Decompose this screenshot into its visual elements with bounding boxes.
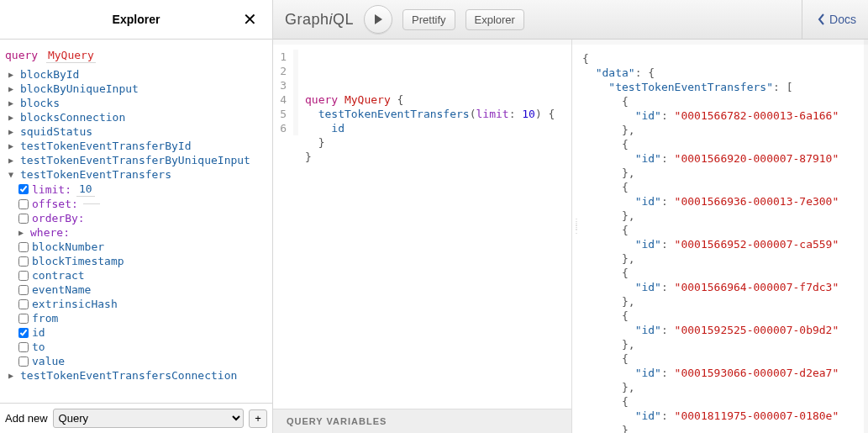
field-label: testTokenEventTransfersConnection — [20, 368, 237, 383]
field-checkbox[interactable] — [18, 271, 29, 281]
explorer-toggle-button[interactable]: Explorer — [466, 9, 524, 30]
field-label: blockNumber — [32, 240, 104, 254]
caret-right-icon: ▶ — [18, 225, 27, 240]
arg-checkbox[interactable] — [18, 199, 29, 209]
field-label: squidStatus — [20, 124, 92, 139]
explorer-title: Explorer — [113, 13, 160, 26]
tree-item-testTokenEventTransferById[interactable]: ▶testTokenEventTransferById — [3, 139, 267, 153]
graphiql-logo: GraphiQL — [285, 11, 354, 29]
main-area: GraphiQL Prettify Explorer Docs 123456 q… — [273, 0, 868, 433]
arg-key: where: — [30, 225, 70, 240]
arg-key: offset: — [32, 197, 78, 211]
caret-right-icon: ▶ — [8, 110, 17, 124]
add-operation-button[interactable]: + — [249, 409, 267, 428]
field-checkbox[interactable] — [18, 285, 29, 295]
query-editor[interactable]: 123456 query MyQuery { testTokenEventTra… — [273, 40, 571, 409]
tree-item-blockById[interactable]: ▶blockById — [3, 67, 267, 82]
field-label: blockById — [20, 67, 79, 82]
arg-orderBy[interactable]: orderBy: — [3, 211, 267, 225]
operation-keyword: query — [5, 49, 38, 61]
tree-item-blockByUniqueInput[interactable]: ▶blockByUniqueInput — [3, 82, 267, 96]
explorer-footer: Add new Query + — [0, 403, 272, 433]
arg-key: limit: — [32, 182, 71, 197]
add-new-label: Add new — [5, 412, 48, 425]
pane-resize-handle[interactable]: ⋮⋮⋮ — [572, 219, 577, 253]
field-blockTimestamp[interactable]: blockTimestamp — [3, 254, 267, 268]
add-new-select[interactable]: Query — [53, 409, 244, 428]
explorer-body: query MyQuery ▶blockById▶blockByUniqueIn… — [0, 40, 272, 403]
docs-button[interactable]: Docs — [802, 0, 856, 39]
arg-checkbox[interactable] — [18, 184, 29, 194]
field-label: testTokenEventTransfers — [20, 167, 171, 182]
field-label: blocks — [20, 96, 60, 110]
field-id[interactable]: id — [3, 325, 267, 340]
arg-value-input[interactable]: 10 — [76, 182, 95, 197]
docs-label: Docs — [829, 13, 856, 26]
field-label: extrinsicHash — [32, 297, 118, 311]
query-editor-pane: 123456 query MyQuery { testTokenEventTra… — [273, 40, 572, 433]
caret-right-icon: ▶ — [8, 67, 17, 82]
caret-right-icon: ▶ — [8, 96, 17, 110]
field-label: eventName — [32, 283, 91, 297]
close-icon[interactable]: ✕ — [243, 11, 257, 28]
field-label: contract — [32, 268, 85, 283]
arg-key: orderBy: — [32, 211, 85, 225]
operation-line[interactable]: query MyQuery — [5, 48, 267, 62]
play-icon — [372, 13, 384, 25]
field-label: blockTimestamp — [32, 254, 124, 268]
topbar: GraphiQL Prettify Explorer Docs — [273, 0, 868, 40]
field-label: blockByUniqueInput — [20, 82, 139, 96]
field-value[interactable]: value — [3, 354, 267, 368]
result-viewer[interactable]: { "data": { "testTokenEventTransfers": [… — [572, 40, 868, 433]
prettify-button[interactable]: Prettify — [402, 9, 455, 30]
field-checkbox[interactable] — [18, 342, 29, 352]
field-checkbox[interactable] — [18, 242, 29, 252]
tree-item-testTokenEventTransferByUniqueInput[interactable]: ▶testTokenEventTransferByUniqueInput — [3, 153, 267, 167]
caret-right-icon: ▶ — [8, 124, 17, 139]
explorer-panel: Explorer ✕ query MyQuery ▶blockById▶bloc… — [0, 0, 273, 433]
arg-checkbox[interactable] — [18, 214, 29, 224]
chevron-left-icon — [818, 13, 826, 25]
tree-item-squidStatus[interactable]: ▶squidStatus — [3, 124, 267, 139]
caret-right-icon: ▶ — [8, 368, 17, 383]
field-checkbox[interactable] — [18, 256, 29, 267]
result-pane: ⋮⋮⋮ { "data": { "testTokenEventTransfers… — [572, 40, 868, 433]
field-from[interactable]: from — [3, 311, 267, 325]
field-label: value — [32, 354, 65, 368]
query-variables-bar[interactable]: Query Variables — [273, 409, 571, 433]
operation-name-input[interactable]: MyQuery — [46, 48, 96, 63]
explorer-header: Explorer ✕ — [0, 0, 272, 40]
tree-item-testTokenEventTransfersConnection[interactable]: ▶testTokenEventTransfersConnection — [3, 368, 267, 383]
arg-where[interactable]: ▶where: — [3, 225, 267, 240]
field-label: to — [32, 340, 45, 354]
field-extrinsicHash[interactable]: extrinsicHash — [3, 297, 267, 311]
tree-item-blocksConnection[interactable]: ▶blocksConnection — [3, 110, 267, 124]
field-label: from — [32, 311, 58, 325]
field-checkbox[interactable] — [18, 314, 29, 324]
field-checkbox[interactable] — [18, 299, 29, 309]
field-label: testTokenEventTransferByUniqueInput — [20, 153, 250, 167]
arg-offset[interactable]: offset: — [3, 197, 267, 211]
tree-item-blocks[interactable]: ▶blocks — [3, 96, 267, 110]
field-eventName[interactable]: eventName — [3, 283, 267, 297]
field-to[interactable]: to — [3, 340, 267, 354]
field-contract[interactable]: contract — [3, 268, 267, 283]
arg-limit[interactable]: limit:10 — [3, 182, 267, 197]
caret-down-icon: ▼ — [8, 167, 17, 182]
tree-item-testTokenEventTransfers[interactable]: ▼ testTokenEventTransfers — [3, 167, 267, 182]
caret-right-icon: ▶ — [8, 139, 17, 153]
field-label: testTokenEventTransferById — [20, 139, 192, 153]
field-checkbox[interactable] — [18, 356, 29, 367]
execute-button[interactable] — [364, 5, 392, 34]
field-label: id — [32, 325, 45, 340]
field-checkbox[interactable] — [18, 328, 29, 338]
arg-value-input[interactable] — [83, 203, 100, 204]
field-label: blocksConnection — [20, 110, 125, 124]
field-blockNumber[interactable]: blockNumber — [3, 240, 267, 254]
caret-right-icon: ▶ — [8, 82, 17, 96]
scrollbar[interactable] — [864, 40, 868, 433]
caret-right-icon: ▶ — [8, 153, 17, 167]
